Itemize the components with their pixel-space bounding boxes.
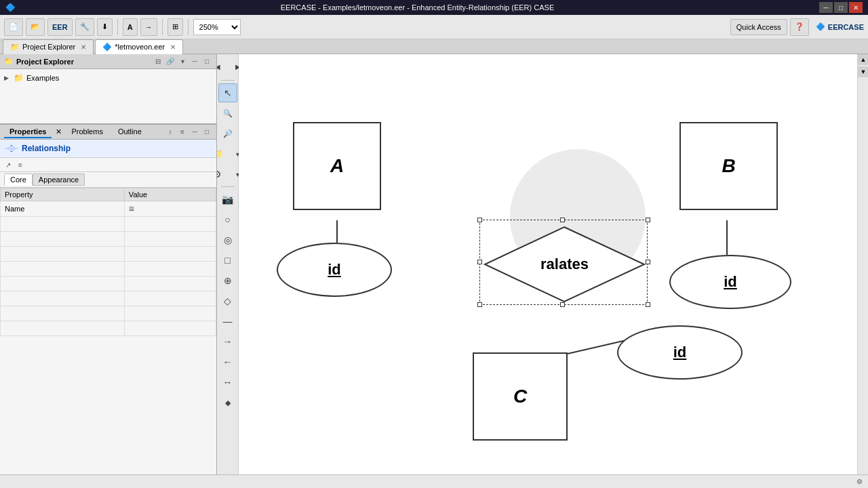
table-row [1, 262, 216, 277]
properties-table: Property Value Name ≡ [0, 188, 216, 336]
circle-dot-icon: ◎ [224, 235, 232, 245]
view-menu-button[interactable]: ▾ [177, 56, 188, 67]
tab-eer-close[interactable]: ✕ [170, 43, 176, 51]
status-icon: ⚙ [856, 478, 863, 485]
prop-sync-button[interactable]: ↕ [165, 127, 176, 138]
layout-button[interactable]: ⊞ [167, 18, 183, 36]
folder-tool-button[interactable]: 📁 [217, 144, 227, 163]
eercase-brand: 🔷 EERCASE [816, 22, 864, 31]
core-tab[interactable]: Core [4, 174, 33, 186]
line-tool-button[interactable]: — [218, 312, 237, 331]
eer-button[interactable]: EER [47, 18, 73, 36]
entity-c-label: C [513, 386, 527, 407]
entity-a[interactable]: A [293, 122, 381, 210]
panel-header-icons: ⊟ 🔗 ▾ ─ □ [153, 56, 212, 67]
camera-tool-button[interactable]: 📷 [218, 190, 237, 209]
property-col-header: Property [1, 188, 125, 201]
open-icon: 📂 [31, 22, 40, 31]
entity-a-label: A [330, 155, 344, 177]
handle-br [646, 302, 650, 307]
close-button[interactable]: ✕ [849, 2, 863, 13]
arrow-right-icon: → [223, 336, 233, 347]
new-button[interactable]: 📄 [4, 18, 23, 36]
quick-access-button[interactable]: Quick Access [730, 19, 787, 35]
diamond-small-tool-button[interactable]: ◆ [218, 393, 237, 412]
arrow-left-icon: ← [223, 357, 233, 367]
help-button[interactable]: ❓ [790, 18, 809, 36]
tool2-button[interactable]: ⬇ [97, 18, 113, 36]
zoom-out-tool-button[interactable]: 🔎 [218, 124, 237, 143]
id-ellipse-c[interactable]: id [617, 325, 743, 380]
properties-tab[interactable]: Properties [4, 126, 52, 138]
arrow-button[interactable]: → [140, 18, 157, 36]
canvas-vscroll[interactable]: ▲ ▼ [857, 54, 868, 477]
appearance-tab[interactable]: Appearance [33, 174, 85, 186]
property-value-cell[interactable]: ≡ [124, 201, 216, 217]
relationship-ralates[interactable]: ralates [481, 224, 648, 305]
circle-cross-icon: ⊕ [224, 275, 232, 286]
help-icon: ❓ [795, 22, 804, 31]
font-button[interactable]: A [123, 18, 138, 36]
tool1-icon: 🔧 [80, 22, 90, 31]
select-tool-button[interactable]: ↖ [218, 83, 237, 102]
tab-eer-label: *letmoveon.eer [115, 43, 165, 51]
problems-tab[interactable]: Problems [66, 126, 108, 138]
zoom-in-tool-button[interactable]: 🔍 [218, 104, 237, 123]
entity-b-label: B [722, 155, 735, 177]
entity-b[interactable]: B [679, 122, 778, 210]
prop-maximize-button[interactable]: □ [201, 127, 212, 138]
tool-separator2 [221, 186, 235, 187]
scroll-down-button[interactable]: ▼ [858, 66, 868, 77]
table-row [1, 217, 216, 232]
nav-left-button[interactable]: ◀ [217, 57, 227, 76]
tab-project-close[interactable]: ✕ [81, 43, 86, 51]
ellipse-tool-button[interactable]: ○ [218, 210, 237, 229]
tool1-button[interactable]: 🔧 [75, 18, 94, 36]
rectangle-icon: □ [224, 255, 230, 266]
minimize-panel-button[interactable]: ─ [189, 56, 200, 67]
toolbar: 📄 📂 EER 🔧 ⬇ A → ⊞ 250% 200% 150% 100% 75… [0, 15, 868, 39]
settings-tool-button[interactable]: ⚙ [217, 165, 227, 184]
tree-root[interactable]: ▶ 📁 Examples [4, 72, 212, 84]
prop-action2-button[interactable]: ≡ [15, 159, 26, 170]
tab-eer[interactable]: 🔷 *letmoveon.eer ✕ [95, 39, 183, 54]
left-panel: 📁 Project Explorer ⊟ 🔗 ▾ ─ □ ▶ 📁 Example… [0, 54, 217, 488]
arrow-left-tool-button[interactable]: ← [218, 352, 237, 371]
collapse-all-button[interactable]: ⊟ [153, 56, 163, 67]
diamond-tool-button[interactable]: ◇ [218, 291, 237, 310]
new-icon: 📄 [9, 22, 18, 31]
window-controls: ─ □ ✕ [819, 2, 863, 13]
tabbar: 📁 Project Explorer ✕ 🔷 *letmoveon.eer ✕ [0, 39, 868, 54]
toolbar-separator3 [188, 19, 189, 35]
layout-icon: ⊞ [172, 22, 178, 31]
circle-dot-tool-button[interactable]: ◎ [218, 230, 237, 249]
prop-list-button[interactable]: ≡ [177, 127, 188, 138]
circle-cross-tool-button[interactable]: ⊕ [218, 271, 237, 290]
maximize-panel-button[interactable]: □ [201, 56, 212, 67]
canvas-area[interactable]: A id B id [239, 54, 868, 488]
entity-c[interactable]: C [473, 352, 568, 441]
arrow-both-tool-button[interactable]: ↔ [218, 373, 237, 392]
properties-panel: Properties ✕ Problems Outline ↕ ≡ ─ □ Re… [0, 124, 216, 488]
table-row [1, 232, 216, 247]
id-ellipse-b[interactable]: id [669, 255, 791, 309]
maximize-button[interactable]: □ [834, 2, 848, 13]
camera-icon: 📷 [222, 194, 233, 205]
tree-chevron: ▶ [4, 75, 11, 81]
minimize-button[interactable]: ─ [819, 2, 833, 13]
arrow-icon: → [145, 23, 153, 31]
link-with-editor-button[interactable]: 🔗 [165, 56, 176, 67]
tab-separator1: ✕ [56, 127, 62, 136]
zoom-select[interactable]: 250% 200% 150% 100% 75% 50% [193, 19, 241, 35]
id-ellipse-a[interactable]: id [277, 243, 392, 297]
id-a-label: id [328, 261, 341, 279]
prop-action1-button[interactable]: ↗ [3, 159, 14, 170]
open-button[interactable]: 📂 [26, 18, 45, 36]
rectangle-tool-button[interactable]: □ [218, 251, 237, 270]
scroll-up-button[interactable]: ▲ [858, 54, 868, 65]
outline-tab[interactable]: Outline [113, 126, 147, 138]
folder-icon: 📁 [217, 148, 223, 159]
prop-minimize-button[interactable]: ─ [189, 127, 200, 138]
tab-project-explorer[interactable]: 📁 Project Explorer ✕ [3, 39, 94, 54]
arrow-right-tool-button[interactable]: → [218, 332, 237, 351]
